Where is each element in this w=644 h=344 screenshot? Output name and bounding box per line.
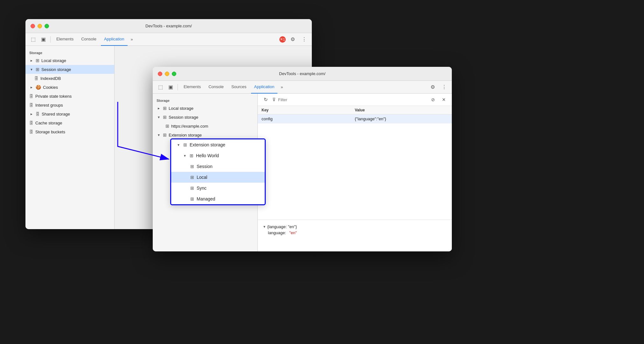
back-sidebar-session-storage[interactable]: ▼ ⊞ Session storage bbox=[25, 65, 114, 74]
back-toolbar-right: ✕ 1 ⚙ ⋮ bbox=[279, 35, 309, 44]
front-local-storage-grid-icon: ⊞ bbox=[163, 106, 167, 111]
front-inspect-icon[interactable]: ⬚ bbox=[156, 83, 165, 92]
front-extension-storage-grid-icon: ⊞ bbox=[163, 132, 167, 137]
back-sidebar-interest-groups[interactable]: 🗄 Interest groups bbox=[25, 101, 114, 109]
back-shared-storage-icon: 🗄 bbox=[36, 112, 40, 116]
front-tab-application[interactable]: Application bbox=[251, 81, 278, 94]
front-session-storage-arrow: ▼ bbox=[157, 116, 161, 119]
ext-session-grid-icon: ⊞ bbox=[190, 164, 194, 169]
front-sidebar-example-com[interactable]: ⊞ https://example.com bbox=[153, 122, 257, 130]
ext-box-session[interactable]: ⊞ Session bbox=[171, 161, 265, 172]
front-preview-arrow-icon: ▼ bbox=[263, 225, 266, 228]
front-key-header: Key bbox=[262, 108, 355, 112]
front-preview-object-row: ▼ {language: "en"} bbox=[263, 224, 447, 230]
ext-box-sync[interactable]: ⊞ Sync bbox=[171, 183, 265, 193]
back-inspect-icon[interactable]: ⬚ bbox=[29, 35, 38, 44]
ext-extension-storage-grid-icon: ⊞ bbox=[183, 142, 187, 147]
ext-managed-label: Managed bbox=[197, 196, 215, 201]
back-settings-icon[interactable]: ⚙ bbox=[288, 35, 297, 44]
back-window-title: DevTools - example.com/ bbox=[145, 24, 192, 28]
back-tab-more[interactable]: » bbox=[129, 36, 135, 43]
front-local-storage-arrow: ► bbox=[157, 107, 161, 110]
front-refresh-button[interactable]: ↻ bbox=[262, 95, 270, 104]
back-sidebar-storage-buckets[interactable]: 🗄 Storage buckets bbox=[25, 127, 114, 136]
front-title-bar: DevTools - example.com/ bbox=[153, 67, 452, 81]
front-main-panel: ↻ ⊽ ⊘ ✕ Key Value config {"language":"en… bbox=[258, 94, 452, 251]
back-error-icon: ✕ bbox=[280, 37, 283, 41]
front-extension-storage-arrow: ▼ bbox=[157, 133, 161, 137]
front-tab-console[interactable]: Console bbox=[205, 81, 227, 94]
ext-sync-grid-icon: ⊞ bbox=[190, 186, 194, 191]
back-tab-application[interactable]: Application bbox=[101, 33, 128, 46]
back-shared-storage-arrow: ► bbox=[29, 112, 34, 116]
front-local-storage-label: Local storage bbox=[169, 106, 193, 111]
back-tab-elements[interactable]: Elements bbox=[53, 33, 77, 46]
back-device-icon[interactable]: ▣ bbox=[39, 35, 48, 44]
back-sidebar-local-storage[interactable]: ► ⊞ Local storage bbox=[25, 56, 114, 65]
back-ig-label: Interest groups bbox=[35, 103, 63, 108]
front-preview-property-value: "en" bbox=[289, 230, 297, 235]
back-session-storage-label: Session storage bbox=[41, 67, 71, 72]
ext-sync-label: Sync bbox=[197, 186, 206, 191]
front-sidebar-extension-storage[interactable]: ▼ ⊞ Extension storage bbox=[153, 130, 257, 139]
back-more-icon[interactable]: ⋮ bbox=[300, 35, 309, 44]
back-close-button[interactable] bbox=[31, 24, 35, 28]
front-preview-panel: ▼ {language: "en"} language: "en" bbox=[258, 220, 452, 251]
back-error-count: 1 bbox=[283, 38, 285, 41]
front-minimize-button[interactable] bbox=[165, 72, 169, 76]
front-sidebar-session-storage[interactable]: ▼ ⊞ Session storage bbox=[153, 113, 257, 122]
ext-box-extension-storage[interactable]: ▼ ⊞ Extension storage bbox=[171, 139, 265, 150]
back-local-storage-grid-icon: ⊞ bbox=[36, 58, 39, 63]
ext-hello-world-label: Hello World bbox=[196, 153, 219, 158]
ext-box-local[interactable]: ⊞ Local bbox=[171, 172, 265, 183]
back-sidebar-cache-storage[interactable]: 🗄 Cache storage bbox=[25, 118, 114, 127]
front-toolbar: ⬚ ▣ Elements Console Sources Application… bbox=[153, 81, 452, 94]
ext-managed-grid-icon: ⊞ bbox=[190, 196, 194, 201]
back-tab-console[interactable]: Console bbox=[78, 33, 100, 46]
back-indexeddb-icon: 🗄 bbox=[34, 76, 38, 81]
front-filter-icon: ⊽ bbox=[272, 97, 276, 102]
back-sidebar-shared-storage[interactable]: ► 🗄 Shared storage bbox=[25, 109, 114, 118]
front-table-header: Key Value bbox=[258, 106, 452, 115]
ext-session-label: Session bbox=[197, 164, 213, 169]
extension-storage-box: ▼ ⊞ Extension storage ▼ ⊞ Hello World ⊞ … bbox=[170, 138, 266, 205]
front-filter-input[interactable] bbox=[278, 97, 426, 102]
back-sidebar-private-state-tokens[interactable]: 🗄 Private state tokens bbox=[25, 92, 114, 101]
ext-extension-storage-label: Extension storage bbox=[190, 142, 225, 147]
front-value-header: Value bbox=[355, 108, 448, 112]
front-window-title: DevTools - example.com/ bbox=[279, 71, 326, 76]
front-tab-elements[interactable]: Elements bbox=[180, 81, 204, 94]
back-storage-buckets-icon: 🗄 bbox=[29, 130, 33, 134]
front-tab-more[interactable]: » bbox=[279, 83, 285, 91]
front-filter-bar: ↻ ⊽ ⊘ ✕ bbox=[258, 94, 452, 106]
back-pst-label: Private state tokens bbox=[35, 94, 72, 99]
ext-box-hello-world[interactable]: ▼ ⊞ Hello World bbox=[171, 150, 265, 161]
front-tab-sources[interactable]: Sources bbox=[228, 81, 250, 94]
front-maximize-button[interactable] bbox=[172, 72, 176, 76]
back-sidebar-indexeddb[interactable]: 🗄 IndexedDB bbox=[25, 74, 114, 83]
back-toolbar: ⬚ ▣ Elements Console Application » ✕ 1 ⚙… bbox=[25, 33, 312, 46]
back-cookies-label: Cookies bbox=[43, 85, 58, 90]
ext-box-managed[interactable]: ⊞ Managed bbox=[171, 193, 265, 204]
back-session-storage-grid-icon: ⊞ bbox=[36, 67, 39, 72]
back-error-badge: ✕ 1 bbox=[279, 36, 286, 43]
front-filter-close-button[interactable]: ✕ bbox=[440, 95, 448, 104]
back-storage-label: Storage bbox=[25, 48, 114, 56]
front-settings-icon[interactable]: ⚙ bbox=[428, 83, 437, 92]
front-key-cell-0: config bbox=[262, 116, 355, 121]
front-more-icon[interactable]: ⋮ bbox=[440, 83, 449, 92]
back-maximize-button[interactable] bbox=[45, 24, 49, 28]
back-sidebar-cookies[interactable]: ► 🍪 Cookies bbox=[25, 83, 114, 92]
front-table-row-0[interactable]: config {"language":"en"} bbox=[258, 115, 452, 123]
ext-local-label: Local bbox=[197, 175, 207, 180]
front-close-button[interactable] bbox=[158, 72, 162, 76]
back-cache-storage-icon: 🗄 bbox=[29, 121, 33, 125]
front-value-cell-0: {"language":"en"} bbox=[355, 116, 448, 121]
back-shared-storage-label: Shared storage bbox=[42, 112, 70, 116]
front-filter-clear-button[interactable]: ⊘ bbox=[429, 95, 437, 104]
front-device-icon[interactable]: ▣ bbox=[166, 83, 175, 92]
back-minimize-button[interactable] bbox=[38, 24, 42, 28]
front-sidebar-local-storage[interactable]: ► ⊞ Local storage bbox=[153, 104, 257, 113]
ext-hello-world-arrow: ▼ bbox=[183, 154, 187, 158]
front-traffic-lights bbox=[158, 72, 176, 76]
